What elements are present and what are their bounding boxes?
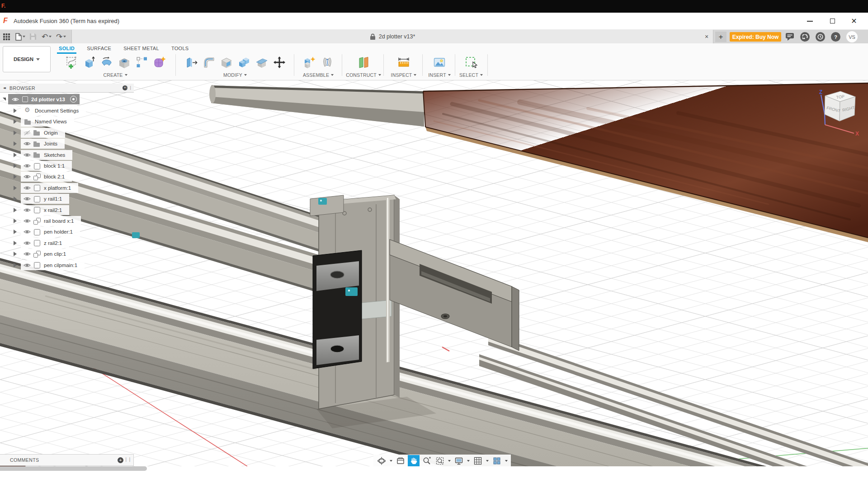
browser-item[interactable]: Sketches: [21, 150, 72, 160]
browser-item-label[interactable]: pen clip:1: [44, 251, 66, 257]
visibility-eye-icon[interactable]: [23, 163, 32, 169]
tab-solid[interactable]: SOLID: [59, 46, 75, 53]
group-dropdown-assemble[interactable]: ASSEMBLE: [303, 72, 334, 78]
browser-item[interactable]: Document Settings: [21, 106, 86, 116]
minimize-button[interactable]: [799, 13, 820, 29]
create-sketch-button[interactable]: [64, 54, 79, 70]
visibility-eye-icon[interactable]: [23, 174, 32, 179]
extrude-button[interactable]: [82, 54, 96, 70]
press-pull-button[interactable]: [184, 54, 198, 70]
pan-button[interactable]: [408, 455, 420, 466]
zoom-button[interactable]: [421, 455, 433, 466]
select-button[interactable]: [464, 54, 478, 70]
workspace-selector[interactable]: DESIGN: [3, 46, 51, 72]
orbit-dropdown-caret[interactable]: [390, 460, 392, 462]
comments-bar[interactable]: COMMENTS + ❘❘: [0, 454, 134, 466]
browser-item[interactable]: block 2:1: [21, 172, 72, 182]
maximize-button[interactable]: [822, 13, 843, 29]
undo-icon[interactable]: ↶: [40, 32, 50, 42]
fit-dropdown-caret[interactable]: [448, 460, 451, 462]
combine-button[interactable]: [237, 54, 251, 70]
browser-item-label[interactable]: Origin: [44, 130, 58, 136]
browser-item[interactable]: y rail1:1: [21, 194, 69, 204]
browser-item[interactable]: z rail2:1: [21, 238, 69, 248]
grid-and-snaps-button[interactable]: [472, 455, 484, 466]
group-dropdown-inspect[interactable]: INSPECT: [391, 72, 417, 78]
job-status-icon[interactable]: [800, 32, 810, 42]
browser-item-label[interactable]: y rail1:1: [44, 196, 62, 202]
expand-arrow-icon[interactable]: [3, 98, 6, 101]
joint-button[interactable]: [320, 54, 335, 70]
viewcube[interactable]: Z X TOP FRONT RIGHT: [811, 87, 866, 141]
browser-item-label[interactable]: block 2:1: [44, 174, 65, 179]
expand-arrow-icon[interactable]: [14, 153, 17, 157]
revolve-button[interactable]: [99, 54, 114, 70]
tab-surface[interactable]: SURFACE: [87, 46, 111, 53]
look-at-button[interactable]: [395, 455, 406, 466]
browser-item-label[interactable]: Named Views: [35, 119, 67, 124]
visibility-eye-icon[interactable]: [23, 229, 32, 235]
browser-item[interactable]: rail board x:1: [21, 216, 81, 226]
group-dropdown-modify[interactable]: MODIFY: [223, 72, 247, 78]
visibility-eye-icon[interactable]: [12, 97, 19, 102]
expand-arrow-icon[interactable]: [14, 108, 17, 113]
close-button[interactable]: ✕: [844, 13, 864, 29]
hole-button[interactable]: [117, 54, 132, 70]
browser-item[interactable]: pen clip:1: [21, 249, 73, 259]
visibility-eye-icon[interactable]: [23, 207, 32, 213]
tab-tools[interactable]: TOOLS: [171, 46, 189, 53]
orbit-button[interactable]: [376, 455, 387, 466]
browser-item[interactable]: pen holder:1: [21, 227, 80, 237]
collapse-panel-icon[interactable]: ◂◂: [3, 86, 5, 90]
expand-arrow-icon[interactable]: [14, 241, 17, 245]
browser-item-label[interactable]: block 1:1: [44, 163, 65, 169]
browser-item[interactable]: block 1:1: [21, 161, 72, 171]
browser-item-label[interactable]: z rail2:1: [44, 240, 62, 246]
viewports-button[interactable]: [491, 455, 503, 466]
display-settings-button[interactable]: [453, 455, 465, 466]
save-icon[interactable]: [28, 32, 38, 42]
expand-arrow-icon[interactable]: [14, 164, 17, 168]
visibility-eye-icon[interactable]: [23, 240, 32, 246]
add-comment-icon[interactable]: +: [118, 457, 123, 463]
shell-button[interactable]: [219, 54, 234, 70]
document-tab-close-icon[interactable]: ×: [703, 33, 711, 41]
expand-arrow-icon[interactable]: [14, 141, 17, 146]
rectangular-pattern-button[interactable]: [135, 54, 149, 70]
group-dropdown-construct[interactable]: CONSTRUCT: [346, 72, 381, 78]
browser-item-label[interactable]: pen holder:1: [44, 229, 73, 235]
grid-dropdown-caret[interactable]: [486, 460, 489, 462]
construction-plane-button[interactable]: [356, 54, 371, 70]
group-dropdown-insert[interactable]: INSERT: [428, 72, 451, 78]
browser-grip-icon[interactable]: ❘❘: [125, 85, 132, 90]
notifications-clock-icon[interactable]: [816, 32, 825, 42]
visibility-eye-icon[interactable]: [23, 251, 32, 257]
insert-image-button[interactable]: [432, 54, 447, 70]
browser-item-label[interactable]: x platform:1: [44, 185, 71, 191]
browser-item-label[interactable]: Document Settings: [35, 108, 79, 113]
expand-arrow-icon[interactable]: [14, 252, 17, 256]
measure-button[interactable]: [396, 54, 411, 70]
display-dropdown-caret[interactable]: [467, 460, 470, 462]
move-copy-button[interactable]: [272, 54, 287, 70]
redo-dropdown-caret[interactable]: [63, 36, 66, 38]
undo-dropdown-caret[interactable]: [49, 36, 52, 38]
expand-arrow-icon[interactable]: [14, 174, 17, 179]
visibility-eye-icon[interactable]: [23, 185, 32, 191]
expired-buy-now-button[interactable]: Expired: Buy Now: [730, 32, 781, 42]
expand-arrow-icon[interactable]: [14, 186, 17, 190]
visibility-eye-icon[interactable]: [23, 152, 32, 158]
browser-item[interactable]: Joints: [21, 139, 65, 149]
expand-arrow-icon[interactable]: [14, 131, 17, 135]
comments-grip-icon[interactable]: ❘❘: [124, 457, 132, 462]
browser-item[interactable]: Named Views: [21, 117, 74, 127]
browser-item[interactable]: pen cilpmain:1: [21, 260, 85, 270]
split-body-button[interactable]: [255, 54, 269, 70]
comments-icon[interactable]: [785, 32, 795, 42]
new-component-button[interactable]: [302, 54, 317, 70]
expand-arrow-icon[interactable]: [14, 219, 17, 223]
browser-item-label[interactable]: Joints: [44, 141, 57, 146]
visibility-eye-icon[interactable]: [23, 130, 32, 136]
fillet-button[interactable]: [202, 54, 216, 70]
browser-item-label[interactable]: x rail2:1: [44, 207, 62, 213]
